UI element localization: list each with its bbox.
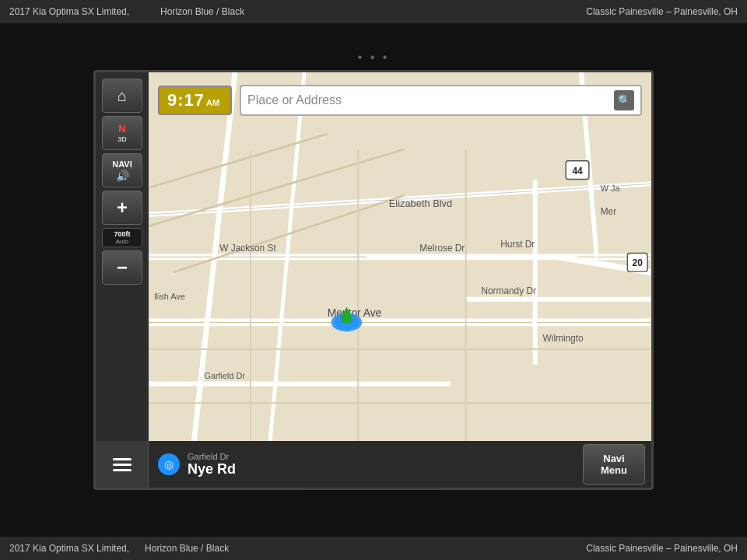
- footer-dealer: Classic Painesville – Painesville, OH: [586, 543, 738, 554]
- svg-text:Wilmingto: Wilmingto: [543, 333, 584, 344]
- compass-button[interactable]: N 3D: [102, 116, 142, 150]
- top-bar: 2017 Kia Optima SX Limited, Horizon Blue…: [0, 0, 747, 23]
- zoom-out-button[interactable]: −: [102, 250, 142, 285]
- footer-color: Horizon Blue / Black: [145, 543, 229, 554]
- navi-menu-label: NaviMenu: [601, 453, 627, 476]
- navi-menu-button[interactable]: NaviMenu: [583, 444, 645, 485]
- svg-text:W Ja: W Ja: [601, 184, 621, 193]
- svg-text:Melrose Dr: Melrose Dr: [419, 243, 465, 254]
- svg-text:Mer: Mer: [601, 206, 616, 217]
- top-bar-dealer: Classic Painesville – Painesville, OH: [586, 6, 738, 17]
- bottom-page-bar: 2017 Kia Optima SX Limited, Horizon Blue…: [0, 537, 747, 560]
- zoom-in-button[interactable]: +: [102, 191, 142, 225]
- main-content: • • •: [0, 23, 747, 537]
- nav-screen: Elizabeth Blvd W Jackson St Melrose Dr H…: [93, 70, 654, 490]
- compass-north-label: N: [118, 123, 125, 135]
- top-overlay: 9:17 AM Place or Address 🔍: [158, 82, 642, 119]
- top-dots: • • •: [358, 51, 390, 65]
- left-panel: ⌂ N 3D NAVI 🔊 + 700ft Auto: [96, 72, 149, 488]
- svg-text:20: 20: [633, 257, 644, 268]
- map-svg: Elizabeth Blvd W Jackson St Melrose Dr H…: [96, 72, 651, 488]
- navigation-icon: ◎: [158, 453, 180, 475]
- svg-text:Hurst Dr: Hurst Dr: [500, 239, 535, 250]
- scale-value: 700ft: [106, 230, 139, 238]
- compass-3d-label: 3D: [117, 135, 127, 143]
- search-icon[interactable]: 🔍: [614, 90, 634, 110]
- home-icon: ⌂: [117, 87, 127, 105]
- map-area: Elizabeth Blvd W Jackson St Melrose Dr H…: [96, 72, 651, 488]
- time-display: 9:17 AM: [158, 86, 232, 115]
- time-value: 9:17: [167, 90, 205, 110]
- footer-vehicle-title: 2017 Kia Optima SX Limited,: [9, 543, 129, 554]
- hamburger-icon: [113, 458, 132, 471]
- plus-icon: +: [117, 197, 128, 219]
- svg-text:Elizabeth Blvd: Elizabeth Blvd: [389, 198, 452, 209]
- search-placeholder-text: Place or Address: [247, 93, 609, 107]
- search-bar[interactable]: Place or Address 🔍: [240, 85, 642, 116]
- svg-text:44: 44: [572, 166, 583, 177]
- bottom-bar: ◎ Garfield Dr Nye Rd NaviMenu: [96, 441, 651, 488]
- svg-text:Garfield Dr: Garfield Dr: [204, 371, 245, 380]
- svg-text:W Jackson St: W Jackson St: [219, 243, 276, 254]
- top-bar-vehicle-title: 2017 Kia Optima SX Limited,: [9, 6, 129, 17]
- navi-speaker-icon: 🔊: [116, 170, 129, 182]
- scale-badge: 700ft Auto: [102, 228, 142, 247]
- navi-audio-button[interactable]: NAVI 🔊: [102, 153, 142, 187]
- road-stack: Garfield Dr Nye Rd: [188, 452, 236, 478]
- road-current: Nye Rd: [188, 461, 236, 478]
- current-road-info: ◎ Garfield Dr Nye Rd: [149, 452, 583, 478]
- time-ampm: AM: [206, 98, 219, 107]
- top-bar-color: Horizon Blue / Black: [160, 6, 244, 17]
- svg-text:Normandy Dr: Normandy Dr: [481, 285, 536, 296]
- svg-rect-1: [149, 72, 651, 488]
- svg-text:llish Ave: llish Ave: [154, 292, 185, 301]
- navi-label: NAVI: [112, 159, 132, 169]
- scale-mode: Auto: [106, 238, 139, 245]
- home-button[interactable]: ⌂: [102, 79, 142, 113]
- menu-button[interactable]: [96, 441, 149, 488]
- minus-icon: −: [117, 257, 128, 278]
- road-above: Garfield Dr: [188, 452, 236, 461]
- svg-rect-43: [342, 317, 350, 323]
